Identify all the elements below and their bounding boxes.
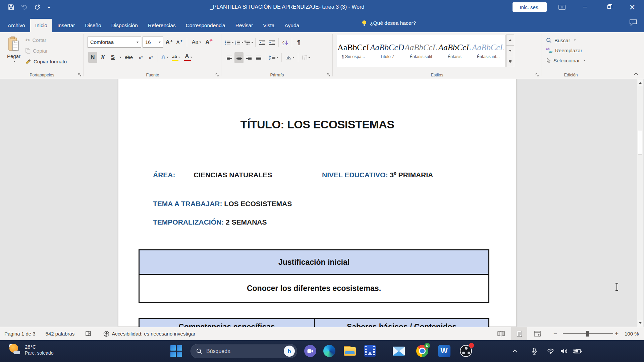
bullets-button[interactable] — [225, 37, 234, 48]
tab-referencias[interactable]: Referencias — [143, 19, 181, 32]
decrease-indent-button[interactable] — [258, 37, 267, 48]
font-name-combobox[interactable]: Comfortaa — [88, 37, 141, 48]
wifi-icon[interactable] — [547, 340, 555, 362]
select-button[interactable]: Seleccionar — [546, 56, 585, 65]
justify-button[interactable] — [254, 52, 263, 63]
style-enfasis[interactable]: AaBbCcL Énfasis — [438, 35, 472, 67]
weather-widget[interactable]: 28°C Parc. soleado — [9, 343, 54, 356]
search-box[interactable]: Búsqueda b — [191, 344, 297, 358]
sort-button[interactable]: AZ — [281, 37, 290, 48]
bing-icon[interactable]: b — [284, 346, 295, 357]
collapse-ribbon-button[interactable] — [632, 71, 640, 77]
contents-header-cell[interactable]: Saberes básicos / Contenidos — [314, 319, 488, 327]
tab-correspondencia[interactable]: Correspondencia — [181, 19, 230, 32]
grow-font-button[interactable]: A▲ — [165, 37, 174, 48]
scroll-down-icon[interactable] — [638, 320, 643, 326]
read-mode-button[interactable] — [494, 327, 508, 340]
paragraph-dialog-launcher-icon[interactable] — [327, 73, 330, 77]
styles-scroll-down-icon[interactable] — [506, 45, 514, 56]
text-effects-button[interactable]: A — [160, 52, 169, 63]
font-size-combobox[interactable]: 16 — [143, 37, 163, 48]
styles-scroll-up-icon[interactable] — [506, 35, 514, 46]
proofing-icon[interactable] — [85, 331, 92, 337]
justification-header-cell[interactable]: Justificación inicial — [140, 250, 488, 275]
tab-disposicion[interactable]: Disposición — [106, 19, 143, 32]
font-color-button[interactable]: A — [183, 52, 194, 63]
taskbar-obs-icon[interactable] — [460, 345, 472, 357]
superscript-button[interactable]: x2 — [146, 52, 155, 63]
borders-button[interactable] — [300, 52, 312, 63]
find-button[interactable]: Buscar — [546, 36, 576, 45]
align-center-button[interactable] — [234, 52, 244, 63]
tab-revisar[interactable]: Revisar — [230, 19, 258, 32]
battery-icon[interactable] — [572, 340, 582, 362]
style-enfasis-sutil[interactable]: AaBbCcL Énfasis sutil — [404, 35, 438, 67]
style-sin-espaciado[interactable]: AaBbCcI ¶ Sin espa... — [336, 35, 370, 67]
show-marks-button[interactable]: ¶ — [294, 37, 303, 48]
format-painter-button[interactable]: Copiar formato — [25, 57, 67, 66]
align-right-button[interactable] — [244, 52, 253, 63]
zoom-level[interactable]: 100 % — [625, 327, 639, 340]
scrollbar-thumb[interactable] — [638, 130, 642, 155]
underline-dropdown-icon[interactable] — [119, 57, 121, 58]
line-spacing-button[interactable] — [267, 52, 279, 63]
taskbar-chrome-icon[interactable]: R — [416, 345, 429, 357]
word-count[interactable]: 542 palabras — [46, 331, 75, 337]
tell-me-box[interactable]: ¿Qué desea hacer? — [362, 14, 416, 32]
tab-insertar[interactable]: Insertar — [52, 19, 80, 32]
styles-dialog-launcher-icon[interactable] — [535, 73, 539, 77]
taskbar-edge-icon[interactable] — [323, 345, 336, 357]
document-page[interactable]: TÍTULO: LOS ECOSISTEMAS ÁREA: CIENCIAS N… — [118, 79, 517, 327]
vertical-scrollbar[interactable] — [637, 79, 643, 327]
sign-in-button[interactable]: Inic. ses. — [513, 2, 547, 12]
web-layout-button[interactable] — [530, 327, 545, 340]
increase-indent-button[interactable] — [267, 37, 276, 48]
style-enfasis-intenso[interactable]: AaBbCcL Énfasis int... — [472, 35, 505, 67]
restore-button[interactable] — [601, 0, 617, 14]
microphone-icon[interactable] — [531, 340, 538, 362]
subscript-button[interactable]: x2 — [136, 52, 145, 63]
taskbar-word-icon[interactable]: W — [438, 345, 450, 357]
font-dialog-launcher-icon[interactable] — [215, 73, 219, 77]
volume-icon[interactable] — [560, 340, 568, 362]
italic-button[interactable]: K — [98, 52, 107, 63]
tab-inicio[interactable]: Inicio — [30, 19, 52, 32]
clipboard-dialog-launcher-icon[interactable] — [78, 73, 82, 77]
shrink-font-button[interactable]: A▼ — [175, 37, 184, 48]
clear-formatting-button[interactable]: A — [205, 37, 214, 48]
strikethrough-button[interactable]: abe — [122, 52, 135, 63]
justification-body-cell[interactable]: Conocer los diferentes ecosistemas. — [140, 275, 488, 302]
tab-diseno[interactable]: Diseño — [80, 19, 106, 32]
zoom-slider-handle[interactable] — [586, 331, 589, 337]
style-titulo-7[interactable]: AaBbCcD Título 7 — [370, 35, 404, 67]
shading-button[interactable] — [284, 52, 296, 63]
taskbar-movies-icon[interactable] — [364, 345, 376, 357]
zoom-out-button[interactable]: − — [553, 327, 560, 340]
start-button[interactable] — [170, 345, 182, 357]
scroll-up-icon[interactable] — [638, 80, 643, 86]
change-case-button[interactable]: Aa — [190, 37, 203, 48]
replace-button[interactable]: ab →ac Reemplazar — [546, 46, 582, 55]
bold-button[interactable]: N — [88, 52, 97, 63]
minimize-button[interactable] — [578, 0, 593, 14]
highlight-button[interactable]: ab — [170, 52, 182, 63]
page-indicator[interactable]: Página 1 de 3 — [4, 331, 36, 337]
tab-archivo[interactable]: Archivo — [3, 19, 30, 32]
taskbar-mail-icon[interactable] — [392, 345, 405, 357]
zoom-in-button[interactable]: + — [615, 327, 622, 340]
align-left-button[interactable] — [225, 52, 234, 63]
taskbar-chat-icon[interactable] — [304, 345, 317, 357]
tab-ayuda[interactable]: Ayuda — [279, 19, 304, 32]
close-button[interactable]: × — [625, 0, 640, 14]
underline-button[interactable]: S — [108, 52, 117, 63]
comments-icon[interactable] — [629, 19, 637, 26]
styles-more-icon[interactable] — [506, 56, 514, 67]
competencies-header-cell[interactable]: Competencias específicas — [140, 319, 314, 327]
paste-button[interactable]: Pegar — [4, 35, 23, 68]
multilevel-list-button[interactable] — [244, 37, 253, 48]
numbering-button[interactable]: 123 — [234, 37, 244, 48]
print-layout-button[interactable] — [511, 327, 527, 340]
ribbon-display-options-button[interactable] — [554, 0, 570, 14]
tab-vista[interactable]: Vista — [258, 19, 279, 32]
tray-chevron-icon[interactable] — [514, 340, 517, 362]
